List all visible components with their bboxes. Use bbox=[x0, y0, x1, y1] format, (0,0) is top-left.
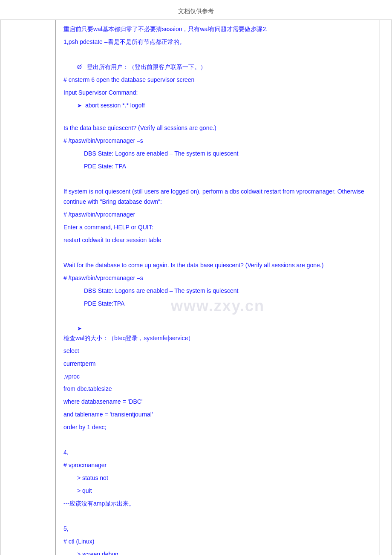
arrow-line-2: ➤ bbox=[63, 324, 372, 333]
arrow-line-1: ➤ abort session *.* logoff bbox=[63, 101, 372, 111]
blank-5 bbox=[63, 311, 372, 321]
line-2: 1,psh pdestate –看是不是所有节点都正常的。 bbox=[63, 37, 372, 47]
page-layout: www.zxy.cn 重启前只要wal基本都归零了不必要清session，只有w… bbox=[0, 20, 392, 555]
page-wrapper: 文档仅供参考 www.zxy.cn 重启前只要wal基本都归零了不必要清sess… bbox=[0, 0, 392, 555]
blank-4 bbox=[63, 248, 372, 258]
line-24: and tablename = 'transientjournal' bbox=[63, 410, 372, 420]
header-label: 文档仅供参考 bbox=[178, 8, 214, 14]
line-8: DBS State: Logons are enabled – The syst… bbox=[63, 149, 372, 159]
line-21: ,vproc bbox=[63, 372, 372, 382]
line-10: If system is not quiescent (still users … bbox=[63, 187, 372, 207]
line-1: 重启前只要wal基本都归零了不必要清session，只有wal有问题才需要做步骤… bbox=[63, 24, 372, 35]
blank-3 bbox=[63, 174, 372, 185]
line-11: # /tpasw/bin/vprocmanager bbox=[63, 210, 372, 220]
left-sidebar bbox=[0, 20, 55, 555]
line-16: DBS State: Logons are enabled – The syst… bbox=[63, 286, 372, 296]
line-13: restart coldwait to clear session table bbox=[63, 235, 372, 246]
line-31: 5, bbox=[63, 524, 372, 534]
line-19: select bbox=[63, 346, 372, 356]
blank-2 bbox=[63, 111, 372, 121]
main-content: www.zxy.cn 重启前只要wal基本都归零了不必要清session，只有w… bbox=[55, 20, 380, 555]
line-25: order by 1 desc; bbox=[63, 422, 372, 433]
line-23: where databasename = 'DBC' bbox=[63, 397, 372, 407]
line-7: # /tpasw/bin/vprocmanager –s bbox=[63, 136, 372, 146]
right-sidebar bbox=[380, 20, 392, 555]
line-14: Wait for the database to come up again. … bbox=[63, 260, 372, 271]
line-3: Ø 登出所有用户：（登出前跟客户联系一下。） bbox=[63, 62, 372, 72]
line-15: # /tpasw/bin/vprocmanager –s bbox=[63, 273, 372, 283]
line-22: from dbc.tablesize bbox=[63, 384, 372, 394]
line-5: Input Supervisor Command: bbox=[63, 88, 372, 98]
content-body: 重启前只要wal基本都归零了不必要清session，只有wal有问题才需要做步骤… bbox=[63, 24, 372, 555]
line-9: PDE State: TPA bbox=[63, 162, 372, 172]
blank-7 bbox=[63, 511, 372, 521]
blank-6 bbox=[63, 435, 372, 445]
line-28: > status not bbox=[63, 473, 372, 483]
blank-1 bbox=[63, 50, 372, 60]
line-27: # vprocmanager bbox=[63, 460, 372, 471]
line-18: 检查wal的大小：（bteq登录，systemfe|service） bbox=[63, 333, 372, 344]
line-32: # ctl (Linux) bbox=[63, 537, 372, 547]
arrow-text-1: abort session *.* logoff bbox=[85, 101, 145, 111]
line-4: # cnsterm 6 open the database supervisor… bbox=[63, 75, 372, 85]
line-17: PDE State:TPA bbox=[63, 299, 372, 309]
line-12: Enter a command, HELP or QUIT: bbox=[63, 223, 372, 233]
line-20: currentperm bbox=[63, 359, 372, 369]
line-26: 4, bbox=[63, 448, 372, 458]
line-33: > screen debug bbox=[63, 549, 372, 555]
arrow-symbol-2: ➤ bbox=[77, 324, 82, 333]
line-6: Is the data base quiescent? (Verify all … bbox=[63, 123, 372, 133]
line-29: > quit bbox=[63, 486, 372, 496]
line-30: ---应该没有amp显示出来。 bbox=[63, 499, 372, 509]
page-header: 文档仅供参考 bbox=[0, 0, 392, 20]
arrow-symbol-1: ➤ bbox=[77, 101, 82, 110]
